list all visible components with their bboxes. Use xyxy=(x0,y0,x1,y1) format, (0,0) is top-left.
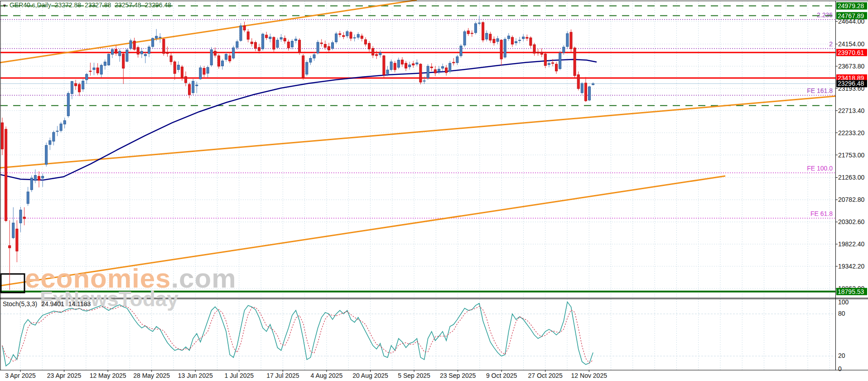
candle-bearish xyxy=(453,62,455,63)
stoch-main-line xyxy=(2,302,593,366)
candle-bullish xyxy=(107,54,110,65)
candle-bullish xyxy=(522,37,525,39)
candle-bullish xyxy=(291,41,293,47)
candle-bullish xyxy=(159,37,161,38)
candle-bullish xyxy=(478,23,481,24)
candle-bearish xyxy=(254,42,256,48)
candle-bullish xyxy=(222,61,224,66)
candle-bullish xyxy=(53,132,55,142)
trend-lines[interactable] xyxy=(0,0,835,286)
candle-bearish xyxy=(137,48,139,54)
candle-bullish xyxy=(27,192,29,204)
stoch-tick-label: 80 xyxy=(838,310,845,317)
stoch-value-main: 24.9401 xyxy=(41,300,64,308)
candle-bearish xyxy=(533,45,535,54)
candle-bullish xyxy=(592,83,594,84)
candle-bearish xyxy=(324,44,326,48)
candle-bearish xyxy=(203,68,205,74)
candle-bullish xyxy=(210,49,212,65)
candle-bearish xyxy=(284,38,286,41)
price-tick-label: 20782.80 xyxy=(838,196,865,203)
candle-bullish xyxy=(486,33,488,39)
candle-bullish xyxy=(130,41,132,49)
candle-bearish xyxy=(181,67,183,77)
price-axis[interactable]: 24644.0024154.0023673.8023193.6022713.40… xyxy=(835,2,867,295)
candle-bullish xyxy=(397,60,400,67)
candle-bearish xyxy=(188,84,191,95)
candle-bearish xyxy=(471,33,473,34)
candle-bullish xyxy=(438,69,440,71)
candle-bearish xyxy=(401,60,403,64)
candle-bullish xyxy=(386,70,389,74)
ohlc-close: 23296.48 xyxy=(145,1,171,9)
price-badge-label: 23296.48 xyxy=(838,80,864,87)
candle-bearish xyxy=(544,54,546,66)
candle-bullish xyxy=(140,51,143,54)
candle-bullish xyxy=(67,93,69,116)
candle-bearish xyxy=(302,56,304,78)
candle-bullish xyxy=(119,51,121,56)
price-tick-label: 21263.00 xyxy=(838,174,865,181)
candle-bullish xyxy=(442,67,444,68)
trading-platform-window: 2.2362FE 161.8FE 100.0FE 61.824644.00241… xyxy=(0,0,868,381)
candle-bullish xyxy=(232,48,235,58)
candle-bearish xyxy=(96,68,99,73)
candle-bullish xyxy=(152,39,154,47)
symbol-dropdown-icon[interactable]: ▼ xyxy=(2,3,7,8)
candle-bearish xyxy=(258,48,260,51)
candle-bearish xyxy=(526,37,528,38)
candle-bearish xyxy=(122,54,125,68)
candle-bullish xyxy=(42,176,44,178)
candle-bearish xyxy=(394,63,396,70)
watermark-domain: .com xyxy=(171,263,236,293)
price-badge-label: 18795.53 xyxy=(838,288,864,295)
candle-bearish xyxy=(555,64,558,71)
stoch-tick-label: 0 xyxy=(838,365,842,372)
candle-bearish xyxy=(552,63,554,64)
ohlc-open: 23272.88 xyxy=(55,1,81,9)
date-label: 28 May 2025 xyxy=(133,372,170,379)
chart-title: ▼GER40.s,Daily 23272.88 23327.88 23257.4… xyxy=(2,1,173,9)
candle-bearish xyxy=(243,26,246,30)
candle-bullish xyxy=(379,53,381,55)
date-label: 3 Apr 2025 xyxy=(5,372,36,379)
date-label: 23 Sep 2025 xyxy=(440,372,476,379)
candle-bullish xyxy=(269,37,271,39)
candle-bullish xyxy=(559,53,561,69)
candle-bullish xyxy=(507,36,510,39)
candle-bullish xyxy=(60,124,62,131)
candle-bearish xyxy=(1,123,4,149)
candle-bearish xyxy=(511,37,513,44)
candle-bearish xyxy=(342,35,345,37)
candle-bullish xyxy=(199,68,202,79)
candle-bullish xyxy=(63,121,66,124)
fib-level-label: 2.236 xyxy=(817,11,833,19)
price-tick-label: 20302.60 xyxy=(838,218,865,225)
candle-bearish xyxy=(364,39,366,44)
candle-bearish xyxy=(23,217,25,219)
candle-bearish xyxy=(174,62,176,73)
stoch-axis[interactable]: 10080200 xyxy=(838,298,849,372)
candle-bearish xyxy=(214,51,216,55)
stoch-name: Stoch(5,3,3) xyxy=(3,300,37,308)
candle-bearish xyxy=(299,40,301,52)
candle-bullish xyxy=(49,141,51,145)
time-axis[interactable]: 3 Apr 202523 Apr 202512 May 202528 May 2… xyxy=(5,370,607,379)
candle-bullish xyxy=(240,26,242,40)
fib-level-label: FE 100.0 xyxy=(807,165,833,172)
candle-bullish xyxy=(357,34,359,37)
candle-bearish xyxy=(493,39,495,43)
candle-bearish xyxy=(265,35,268,38)
chart-canvas[interactable]: 2.2362FE 161.8FE 100.0FE 61.824644.00241… xyxy=(0,0,868,381)
candle-bullish xyxy=(346,32,348,36)
candle-bullish xyxy=(192,81,194,93)
date-label: 17 Jul 2025 xyxy=(266,372,299,379)
candle-bullish xyxy=(236,42,238,48)
candle-bullish xyxy=(225,54,227,60)
candle-bullish xyxy=(353,38,356,38)
date-label: 12 Nov 2025 xyxy=(571,372,608,379)
candle-bullish xyxy=(86,74,88,80)
candle-bearish xyxy=(350,32,352,39)
candle-bearish xyxy=(89,71,92,72)
candle-bullish xyxy=(504,39,506,57)
